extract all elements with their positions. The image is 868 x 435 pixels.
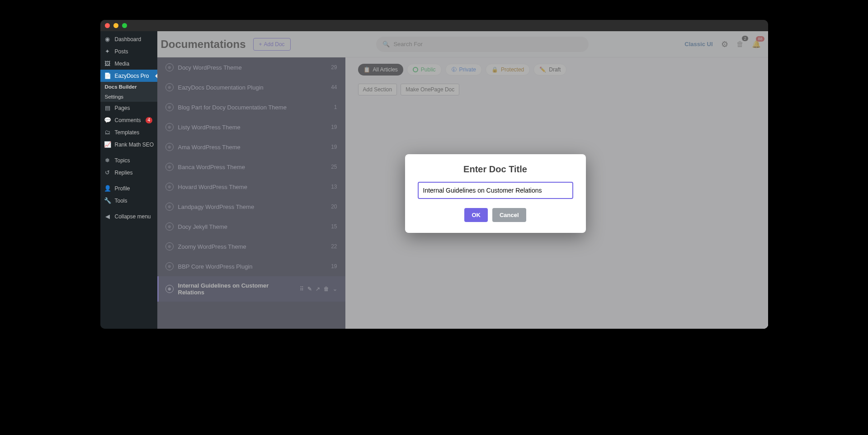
templates-icon: 🗂	[104, 129, 111, 136]
label: Collapse menu	[115, 213, 151, 220]
pin-icon: ✦	[104, 48, 111, 55]
label: Templates	[115, 129, 140, 136]
label: Comments	[115, 117, 141, 123]
tools-icon: 🔧	[104, 197, 111, 204]
label: Media	[115, 61, 130, 67]
admin-sidebar: ◉ Dashboard ✦ Posts 🖼 Media 📄 EazyDocs P…	[100, 31, 157, 329]
main-panel: Documentations + Add Doc 🔍 Classic UI ⚙ …	[157, 31, 768, 329]
label: Topics	[115, 157, 130, 164]
sidebar-item-posts[interactable]: ✦ Posts	[100, 45, 157, 57]
sidebar-item-rankmath[interactable]: 📈 Rank Math SEO	[100, 138, 157, 151]
label: EazyDocs Pro	[115, 73, 149, 79]
profile-icon: 👤	[104, 185, 111, 192]
doc-icon: 📄	[104, 72, 111, 79]
sidebar-item-profile[interactable]: 👤 Profile	[100, 182, 157, 194]
dashboard-icon: ◉	[104, 36, 111, 43]
sidebar-item-topics[interactable]: ❅ Topics	[100, 154, 157, 166]
comments-icon: 💬	[104, 117, 111, 123]
sidebar-sub-settings[interactable]: Settings	[100, 92, 157, 102]
sidebar-item-templates[interactable]: 🗂 Templates	[100, 126, 157, 138]
close-window-dot[interactable]	[105, 23, 110, 28]
label: Dashboard	[115, 36, 142, 43]
topics-icon: ❅	[104, 157, 111, 164]
label: Tools	[115, 198, 127, 204]
sidebar-item-eazydocs[interactable]: 📄 EazyDocs Pro	[100, 70, 157, 82]
sidebar-collapse[interactable]: ◀ Collapse menu	[100, 210, 157, 222]
collapse-icon: ◀	[104, 213, 111, 220]
modal-title: Enter Doc Title	[418, 164, 573, 175]
comments-badge: 4	[146, 117, 153, 123]
app-window: ◉ Dashboard ✦ Posts 🖼 Media 📄 EazyDocs P…	[100, 20, 768, 329]
sidebar-item-pages[interactable]: ▤ Pages	[100, 102, 157, 114]
ok-button[interactable]: OK	[464, 208, 488, 222]
doc-title-input[interactable]	[418, 182, 573, 199]
minimize-window-dot[interactable]	[113, 23, 118, 28]
label: Replies	[115, 170, 133, 176]
window-titlebar	[100, 20, 768, 31]
sidebar-item-media[interactable]: 🖼 Media	[100, 57, 157, 70]
sidebar-item-dashboard[interactable]: ◉ Dashboard	[100, 33, 157, 45]
pages-icon: ▤	[104, 104, 111, 111]
enter-doc-title-modal: Enter Doc Title OK Cancel	[405, 154, 586, 233]
label: Rank Math SEO	[115, 142, 154, 148]
replies-icon: ↺	[104, 169, 111, 176]
sidebar-item-replies[interactable]: ↺ Replies	[100, 166, 157, 179]
label: Pages	[115, 105, 130, 111]
label: Profile	[115, 185, 130, 192]
sidebar-item-tools[interactable]: 🔧 Tools	[100, 194, 157, 207]
sidebar-item-comments[interactable]: 💬 Comments 4	[100, 114, 157, 126]
seo-icon: 📈	[104, 141, 111, 148]
maximize-window-dot[interactable]	[122, 23, 127, 28]
sidebar-sub-docs-builder[interactable]: Docs Builder	[100, 82, 157, 92]
label: Posts	[115, 48, 128, 55]
cancel-button[interactable]: Cancel	[492, 208, 526, 222]
media-icon: 🖼	[104, 60, 111, 67]
